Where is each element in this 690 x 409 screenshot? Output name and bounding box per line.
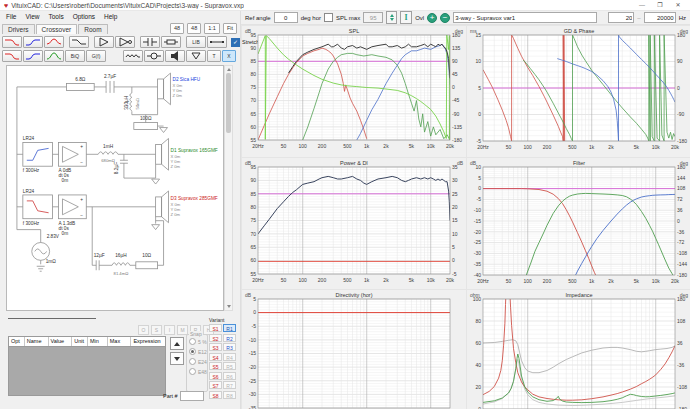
highpass-block-button[interactable]: [23, 36, 43, 48]
lowpass2-block-button[interactable]: [2, 50, 22, 62]
snap-e24-radio[interactable]: E24: [189, 358, 207, 365]
speaker-d2: [158, 79, 164, 99]
svg-text:30: 30: [452, 177, 458, 183]
window-title: VituixCAD: C:\Users\robert\Documents\Vit…: [11, 2, 244, 9]
grid-x-button[interactable]: 48: [170, 23, 184, 34]
app-logo-icon: ♥: [4, 2, 8, 9]
spl-max-checkbox[interactable]: [324, 13, 333, 22]
svg-text:135: 135: [452, 45, 461, 51]
scroll-down-icon[interactable]: [227, 305, 231, 308]
freq-max-input[interactable]: [644, 12, 676, 23]
label-d1-name: D1 Supravox 165GMF: [170, 148, 217, 153]
svg-text:-144: -144: [677, 261, 687, 267]
tab-crossover[interactable]: Crossover: [36, 24, 78, 34]
wire-woofer: [17, 207, 164, 270]
gf-block-button[interactable]: G(f): [86, 50, 106, 62]
close-button[interactable]: ✕: [670, 1, 686, 10]
opt-s-button[interactable]: S: [151, 325, 162, 335]
variant-r3-button[interactable]: R3: [223, 343, 236, 351]
schematic-vscrollbar[interactable]: [224, 65, 233, 311]
fit-y-scale-icon[interactable]: I: [400, 11, 412, 24]
variant-s5-button[interactable]: S5: [209, 362, 222, 370]
tab-room[interactable]: Room: [78, 24, 107, 34]
menu-view[interactable]: View: [25, 13, 39, 20]
optimizer-table-header: Opt Name Value Unit Min Max Expression: [9, 337, 165, 347]
biquad-block-button[interactable]: BiQ: [65, 50, 85, 62]
text-tool-button[interactable]: T: [207, 50, 221, 62]
variant-s4-button[interactable]: S4: [209, 353, 222, 361]
freq-min-input[interactable]: [608, 12, 634, 23]
snap-5pct-radio[interactable]: 5 %: [189, 338, 207, 345]
chart-spl[interactable]: SPLdBdeg95908580757065605518013590450-45…: [241, 25, 466, 157]
capacitor-button[interactable]: [140, 36, 160, 48]
zoom-fit-button[interactable]: Fit: [223, 23, 237, 34]
opt-i-button[interactable]: I: [164, 325, 175, 335]
overlay-label: Ovl: [415, 15, 424, 21]
variant-r2-button[interactable]: R2: [223, 334, 236, 342]
optimizer-table[interactable]: Opt Name Value Unit Min Max Expression: [8, 336, 166, 396]
wire-button[interactable]: [207, 36, 227, 48]
peak-eq-block-button[interactable]: [44, 36, 64, 48]
remove-variant-button[interactable]: −: [440, 13, 450, 23]
variant-s1-button[interactable]: S1: [209, 324, 222, 332]
variant-name-input[interactable]: [453, 12, 597, 23]
zoom-1to1-button[interactable]: 1:1: [204, 23, 220, 34]
ref-angle-input[interactable]: [274, 12, 298, 23]
menu-file[interactable]: File: [6, 13, 16, 20]
highpass2-block-button[interactable]: [23, 50, 43, 62]
delete-tool-button[interactable]: X: [222, 50, 236, 62]
chart-impedance[interactable]: Impedanceohmdeg10080604020018010836-36-1…: [466, 289, 690, 409]
resistor-button[interactable]: [161, 36, 181, 48]
label-l-tweeter: 330µH: [124, 95, 129, 110]
scroll-up-icon[interactable]: [227, 68, 231, 71]
schematic-canvas[interactable]: 6.8Ω 2.7µF 330µH 50mΩ 100Ω D2 Sica HFU X…: [6, 65, 224, 311]
minimize-button[interactable]: —: [634, 1, 650, 10]
variant-r4-button[interactable]: R4: [223, 353, 236, 361]
ground-woofer: [152, 225, 160, 230]
variant-s7-button[interactable]: S7: [209, 381, 222, 389]
library-button[interactable]: LIB: [186, 36, 206, 48]
variant-r7-button[interactable]: R7: [223, 381, 236, 389]
variant-r6-button[interactable]: R6: [223, 372, 236, 380]
chart-power-di[interactable]: Power & DIdBdB95908580757065605535302520…: [241, 157, 466, 289]
svg-text:-5: -5: [452, 271, 457, 277]
chart-directivity[interactable]: Directivity (hor)dB50-5-10-15-20-25-30-3…: [241, 289, 466, 409]
spl-max-input[interactable]: [363, 12, 383, 23]
snap-e48-radio[interactable]: E48: [189, 368, 207, 375]
variant-r8-button[interactable]: R8: [223, 391, 236, 399]
tab-drivers[interactable]: Drivers: [2, 24, 35, 34]
transformer-button[interactable]: [144, 50, 164, 62]
grid-y-button[interactable]: 48: [187, 23, 201, 34]
menu-tools[interactable]: Tools: [48, 13, 63, 20]
maximize-button[interactable]: ❐: [652, 1, 668, 10]
buffer-block-button[interactable]: [94, 36, 114, 48]
chart-filter[interactable]: FilterdBdeg1050-5-10-15-20-25-30-35-4018…: [466, 157, 690, 289]
inductor-button[interactable]: [123, 50, 143, 62]
shelf-block-button[interactable]: [69, 36, 89, 48]
variant-s3-button[interactable]: S3: [209, 343, 222, 351]
opamp-block-button[interactable]: [115, 36, 135, 48]
row-down-button[interactable]: [170, 352, 184, 365]
lowpass-block-button[interactable]: [2, 36, 22, 48]
variant-s8-button[interactable]: S8: [209, 391, 222, 399]
bandpass-block-button[interactable]: [44, 50, 64, 62]
part-number-input[interactable]: [180, 391, 204, 401]
ground-button[interactable]: [186, 50, 206, 62]
snap-e12-radio[interactable]: E12: [189, 348, 207, 355]
opt-o-button[interactable]: O: [138, 325, 149, 335]
add-variant-button[interactable]: +: [427, 13, 437, 23]
scroll-thumb[interactable]: [226, 73, 231, 133]
menu-help[interactable]: Help: [104, 13, 117, 20]
menu-options[interactable]: Options: [73, 13, 95, 20]
variant-r5-button[interactable]: R5: [223, 362, 236, 370]
scale-spinner[interactable]: [386, 11, 397, 24]
variant-s6-button[interactable]: S6: [209, 372, 222, 380]
variant-s2-button[interactable]: S2: [209, 334, 222, 342]
row-up-button[interactable]: [170, 337, 184, 350]
speaker-button[interactable]: [165, 50, 185, 62]
label-lr24-hp: LR24: [23, 136, 35, 141]
chart-gd-phase[interactable]: GD & Phasemsdeg151050-5180900-90-18020Hz…: [466, 25, 690, 157]
variant-r1-button[interactable]: R1: [223, 324, 236, 332]
splitter[interactable]: [8, 318, 96, 319]
chart-canvas-filter: FilterdBdeg1050-5-10-15-20-25-30-35-4018…: [467, 158, 690, 286]
